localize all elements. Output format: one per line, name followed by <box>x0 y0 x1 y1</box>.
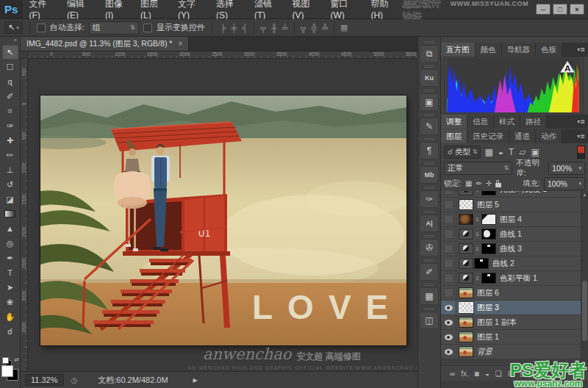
blur-tool-icon[interactable]: ▲ <box>2 221 18 236</box>
layer-filter-toggle[interactable] <box>577 146 585 159</box>
auto-align-layers-icon[interactable]: ▦ <box>339 23 349 32</box>
layer-row-8[interactable]: 图层 3 <box>441 301 581 315</box>
photo-document[interactable]: 01 <box>40 96 406 345</box>
layer-row-4[interactable]: ∞曲线 3 <box>441 242 581 256</box>
tab-top-1[interactable]: 颜色 <box>476 43 502 57</box>
menu-item-6[interactable]: 滤镜(T) <box>248 0 285 18</box>
filter-shape-layers-icon[interactable]: ▱ <box>519 147 526 157</box>
swap-colors-icon[interactable]: ⇄ <box>14 356 19 363</box>
clone-source-panel-icon[interactable]: ⧉ <box>420 45 439 62</box>
layer-visibility-toggle[interactable] <box>441 256 456 270</box>
maximize-button[interactable]: □ <box>553 4 567 15</box>
lasso-tool-icon[interactable]: ɋ <box>2 74 18 89</box>
layer-row-2[interactable]: ∞图层 4 <box>441 212 581 227</box>
layer-visibility-toggle[interactable] <box>441 330 456 344</box>
timeline-panel-icon[interactable]: ▦ <box>420 287 439 305</box>
gradient-tool-icon[interactable] <box>2 206 18 221</box>
type-tool-icon[interactable]: T <box>2 265 18 280</box>
healing-brush-tool-icon[interactable]: ✚ <box>2 133 18 148</box>
layer-row-0[interactable]: ∞亮度/对比度 1 <box>441 191 581 198</box>
pen-tool-icon[interactable]: ✒ <box>2 251 18 265</box>
new-group-icon[interactable]: ❏ <box>495 370 502 378</box>
menu-item-3[interactable]: 图层(L) <box>134 0 171 18</box>
show-transform-checkbox[interactable] <box>143 24 152 32</box>
auto-select-checkbox[interactable] <box>37 24 46 32</box>
tab-top-0[interactable]: 直方图 <box>441 43 476 57</box>
eyedropper-tool-icon[interactable]: ✑ <box>2 118 18 133</box>
new-adjustment-layer-icon[interactable]: ◒ <box>485 370 490 378</box>
layer-row-10[interactable]: 图层 1 <box>441 330 581 345</box>
layers-scrollbar[interactable]: ▲ <box>581 191 588 365</box>
kuler-panel-icon[interactable]: Ku <box>420 69 439 87</box>
filter-type-layers-icon[interactable]: T <box>509 147 514 157</box>
tab-layers-2[interactable]: 通道 <box>509 129 536 143</box>
layer-visibility-toggle[interactable] <box>441 286 456 300</box>
zoom-tool-icon[interactable]: ☌ <box>2 324 18 339</box>
tab-top-3[interactable]: 色板 <box>536 43 562 57</box>
layer-row-7[interactable]: 图层 6 <box>441 286 581 301</box>
layer-row-11[interactable]: 背景 <box>441 345 581 359</box>
menu-item-2[interactable]: 图像(I) <box>98 0 134 18</box>
layer-filter-kind-dropdown[interactable]: ☌ 类型 ⇅ <box>444 146 481 159</box>
distribute-vertical-centers-icon[interactable]: ╬ <box>309 24 318 32</box>
document-tab[interactable]: IMG_4482.psd @ 11.3% (图层 3, RGB/8) * × <box>21 37 189 51</box>
menu-item-7[interactable]: 视图(V) <box>286 0 324 18</box>
layer-row-6[interactable]: ∞色彩平衡 1 <box>441 271 581 286</box>
info-panel-icon[interactable]: ▣ <box>420 93 439 111</box>
blend-mode-dropdown[interactable]: 正常 ⇅ <box>444 162 512 175</box>
current-tool-chip[interactable]: ↖ ▾ <box>4 21 23 34</box>
eraser-tool-icon[interactable]: ◪ <box>2 192 18 206</box>
layer-comps-panel-icon[interactable]: ◫ <box>420 312 439 329</box>
foreground-color-swatch[interactable] <box>1 365 13 377</box>
close-button[interactable]: × <box>570 4 584 15</box>
layer-row-5[interactable]: 曲线 2 <box>441 256 581 271</box>
tab-layers-1[interactable]: 历史记录 <box>467 129 509 143</box>
tab-layers-0[interactable]: 图层 <box>441 129 467 143</box>
distribute-top-icon[interactable]: ╦ <box>299 24 308 32</box>
dodge-tool-icon[interactable]: ◎ <box>2 236 18 251</box>
align-bottom-edges-icon[interactable]: ╧ <box>281 24 290 32</box>
panel-menu-icon[interactable]: ▾≣ <box>577 129 588 143</box>
filter-adjustment-layers-icon[interactable]: ◒ <box>498 147 503 157</box>
crop-tool-icon[interactable]: ⌗ <box>2 104 18 118</box>
close-document-icon[interactable]: × <box>178 40 182 48</box>
lock-transparency-icon[interactable]: ▦ <box>465 179 472 187</box>
move-tool-icon[interactable]: ↖ <box>2 45 18 60</box>
mini-bridge-panel-icon[interactable]: Mb <box>420 166 439 184</box>
panel-menu-icon[interactable]: ▾≣ <box>577 115 588 129</box>
tab-mid-3[interactable]: 路径 <box>520 115 547 129</box>
distribute-bottom-icon[interactable]: ╩ <box>320 24 329 32</box>
lock-pixels-icon[interactable]: ✏ <box>476 179 481 187</box>
layer-visibility-toggle[interactable] <box>441 191 456 193</box>
brush-panel-icon[interactable]: ✐ <box>420 263 439 281</box>
history-brush-tool-icon[interactable]: ↺ <box>2 177 18 192</box>
clone-stamp-tool-icon[interactable]: ⊥ <box>2 162 18 177</box>
status-menu-arrow-icon[interactable]: ▶ <box>193 377 198 384</box>
layer-style-icon[interactable]: fx. <box>461 370 469 378</box>
tool-presets-panel-icon[interactable]: ✇ <box>420 239 439 256</box>
layer-visibility-toggle[interactable] <box>441 345 456 359</box>
tab-mid-2[interactable]: 样式 <box>494 115 520 129</box>
layer-visibility-toggle[interactable] <box>441 212 456 226</box>
marquee-tool-icon[interactable]: ☐ <box>2 60 18 74</box>
panel-menu-icon[interactable]: ▾≣ <box>577 43 588 57</box>
layer-row-9[interactable]: 图层 1 副本 <box>441 315 581 330</box>
lock-all-icon[interactable] <box>495 183 501 187</box>
layer-visibility-toggle[interactable] <box>441 227 456 241</box>
default-colors-icon[interactable] <box>2 357 9 364</box>
align-vertical-centers-icon[interactable]: ╫ <box>270 24 279 32</box>
filter-pixel-layers-icon[interactable]: ▦ <box>484 147 492 157</box>
horizontal-ruler[interactable]: 0500100015002000250030003500400045005000… <box>28 51 417 59</box>
scrollbar-thumb[interactable] <box>582 281 587 341</box>
zoom-level-field[interactable]: 11.32% <box>25 374 64 386</box>
align-top-edges-icon[interactable]: ╤ <box>259 24 268 32</box>
layer-row-1[interactable]: 图层 5 <box>441 198 581 212</box>
paragraph-panel-icon[interactable]: ¶ <box>420 142 439 159</box>
menu-item-0[interactable]: 文件(F) <box>23 0 60 18</box>
minimize-button[interactable]: ─ <box>536 4 551 15</box>
tab-top-2[interactable]: 导航器 <box>502 43 537 57</box>
layer-visibility-toggle[interactable] <box>441 198 456 212</box>
tab-layers-3[interactable]: 动作 <box>536 129 562 143</box>
menu-item-4[interactable]: 文字(Y) <box>171 0 209 18</box>
layer-row-3[interactable]: ∞曲线 1 <box>441 227 581 242</box>
